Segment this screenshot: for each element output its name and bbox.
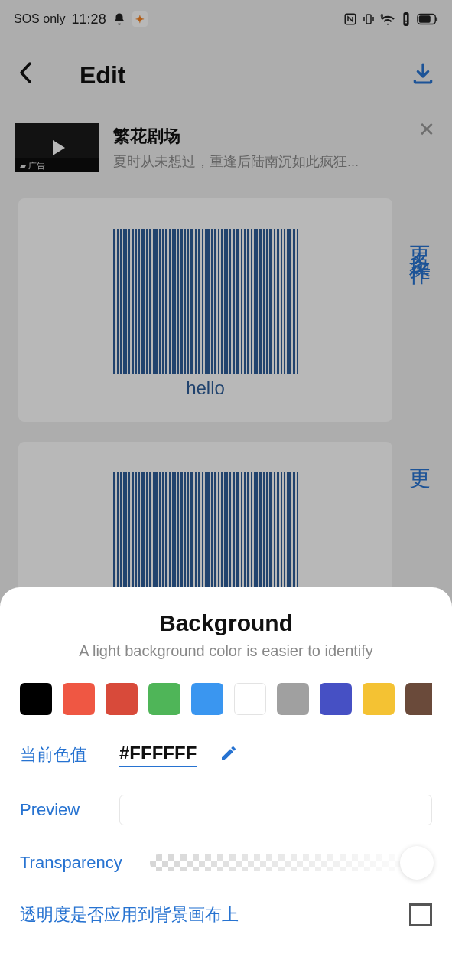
ad-thumbnail: ▰ 广告	[15, 122, 99, 172]
current-color-label: 当前色值	[20, 743, 104, 766]
barcode-1	[113, 229, 298, 374]
battery-icon	[417, 13, 438, 25]
edit-hex-button[interactable]	[219, 744, 238, 766]
barcode-2	[113, 472, 298, 587]
wifi-icon: 6	[380, 13, 395, 25]
nfc-icon	[343, 12, 357, 26]
sheet-subtitle: A light background color is easier to id…	[20, 642, 432, 660]
runner-app-icon: ✦	[132, 11, 148, 27]
preview-label: Preview	[20, 800, 104, 820]
color-swatch[interactable]	[191, 683, 223, 715]
transparency-label: Transparency	[20, 853, 135, 873]
transparency-slider[interactable]	[150, 854, 432, 871]
color-swatch[interactable]	[20, 683, 52, 715]
clock: 11:28	[72, 11, 106, 28]
ad-badge: ▰ 广告	[15, 158, 99, 172]
color-swatch[interactable]	[148, 683, 180, 715]
svg-rect-7	[419, 15, 431, 22]
download-button[interactable]	[411, 61, 435, 89]
background-sheet: Background A light background color is e…	[0, 587, 452, 980]
barcode-label: hello	[186, 377, 225, 399]
alert-icon	[400, 12, 412, 26]
color-swatches	[20, 683, 432, 715]
color-swatch[interactable]	[63, 683, 95, 715]
ad-close-button[interactable]: ✕	[418, 118, 435, 142]
apply-transparency-label: 透明度是否应用到背景画布上	[20, 903, 239, 926]
color-swatch[interactable]	[363, 683, 395, 715]
color-swatch[interactable]	[234, 683, 266, 715]
preview-swatch	[119, 795, 432, 825]
network-status: SOS only	[14, 12, 66, 26]
vibrate-icon	[362, 12, 376, 26]
sheet-title: Background	[20, 610, 432, 636]
ad-description: 夏时从未想过，重逢后陆南沉如此疯狂...	[113, 152, 437, 171]
ad-title: 繁花剧场	[113, 125, 437, 148]
apply-transparency-checkbox[interactable]	[409, 903, 432, 926]
back-button[interactable]	[17, 60, 47, 90]
color-swatch[interactable]	[405, 683, 432, 715]
svg-rect-5	[405, 22, 407, 24]
bell-icon	[112, 12, 126, 26]
ad-banner[interactable]: ▰ 广告 繁花剧场 夏时从未想过，重逢后陆南沉如此疯狂... ✕	[0, 112, 452, 183]
play-icon	[53, 140, 65, 155]
color-swatch[interactable]	[106, 683, 138, 715]
current-hex-value[interactable]: #FFFFFF	[119, 743, 197, 767]
slider-thumb[interactable]	[400, 846, 434, 880]
color-swatch[interactable]	[320, 683, 352, 715]
svg-rect-4	[405, 15, 407, 21]
page-title: Edit	[80, 61, 411, 90]
svg-rect-8	[436, 17, 437, 21]
app-header: Edit	[0, 38, 452, 112]
status-bar: SOS only 11:28 ✦ 6	[0, 0, 452, 38]
svg-rect-1	[366, 15, 371, 24]
barcode-card-1[interactable]: hello	[18, 198, 392, 422]
color-swatch[interactable]	[277, 683, 309, 715]
